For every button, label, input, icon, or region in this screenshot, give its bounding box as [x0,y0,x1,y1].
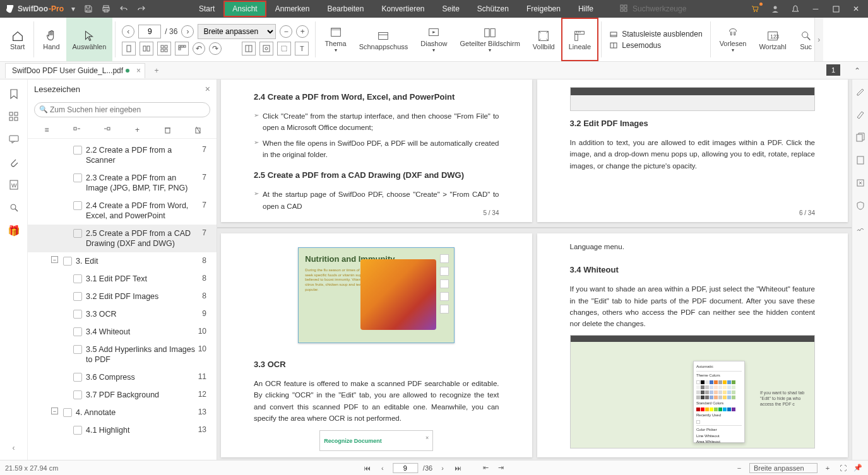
ribbon-suchen[interactable]: Suc [793,18,814,61]
undo-icon[interactable] [117,2,131,16]
redo-icon[interactable] [134,2,148,16]
zoom-select[interactable]: Breite anpassen [198,24,276,39]
comments-icon[interactable] [8,134,20,145]
bookmark-item[interactable]: −3. Edit8 [28,252,217,270]
gift-icon[interactable]: 🎁 [8,225,20,237]
pin-icon[interactable]: 📌 [853,463,863,473]
fit-page1-icon[interactable] [242,42,256,56]
menu-bearbeiten[interactable]: Bearbeiten [318,1,372,17]
ribbon-lineale[interactable]: Lineale [561,18,598,61]
single-page-icon[interactable] [122,42,136,56]
expand-all-icon[interactable]: ≡ [41,124,52,136]
cart-icon[interactable] [747,2,763,16]
ribbon-diashow[interactable]: Diashow▾ [414,18,453,61]
status-page-input[interactable] [393,463,418,473]
sign-icon[interactable] [855,223,865,233]
minimize-icon[interactable]: ─ [807,2,824,16]
outdent-icon[interactable] [71,124,83,136]
bookmark-item[interactable]: 2.5 Create a PDF from a CAD Drawing (DXF… [28,225,217,252]
next-page-icon[interactable]: › [181,25,194,38]
menu-hilfe[interactable]: Hilfe [569,1,602,17]
first-page-icon[interactable]: ⏮ [362,463,372,473]
bookmark-item[interactable]: 3.5 Add Hyperlinks and Images to PDF10 [28,341,217,368]
bookmark-item[interactable]: 2.3 Create a PDF from an Image (JPG, BMP… [28,169,217,197]
maximize-icon[interactable] [828,2,844,16]
ribbon-select[interactable]: Auswählen [66,18,113,61]
delete-all-icon[interactable] [192,124,203,136]
ribbon-split-screen[interactable]: Geteilter Bildschirm▾ [453,18,526,61]
bookmark-item[interactable]: 3.6 Compress11 [28,368,217,386]
next-page-icon[interactable]: › [437,463,448,473]
zoom-out-icon[interactable]: − [280,25,292,38]
collapse-panel-icon[interactable]: ‹ [13,443,15,452]
search-panel-icon[interactable] [8,202,20,213]
ribbon-wortzahl[interactable]: 123 Wortzahl [752,18,792,61]
print-icon[interactable] [99,2,113,16]
ribbon-schnappschuss[interactable]: Schnappschuss [353,18,415,61]
bell-icon[interactable] [787,2,804,16]
bookmark-item[interactable]: 2.2 Create a PDF from a Scanner7 [28,141,217,169]
add-tab-icon[interactable]: + [150,64,163,77]
menu-start[interactable]: Start [190,1,223,17]
fit-screen-icon[interactable]: ⛶ [838,463,848,473]
zoom-in-status-icon[interactable]: + [823,463,833,473]
add-bookmark-icon[interactable]: + [131,124,143,136]
next-view-icon[interactable]: ⇥ [496,463,506,473]
rotate-right-icon[interactable]: ↷ [209,42,222,55]
page-input[interactable] [138,25,161,38]
bookmark-item[interactable]: 3.4 Whiteout10 [28,323,217,341]
ribbon-vollbild[interactable]: Vollbild [526,18,561,61]
bookmark-item[interactable]: 4.1 Highlight13 [28,421,217,439]
menu-freigeben[interactable]: Freigeben [518,1,569,17]
menu-schuetzen[interactable]: Schützen [468,1,518,17]
menu-ansicht[interactable]: Ansicht [223,1,266,17]
protect-icon[interactable] [855,201,865,211]
save-icon[interactable] [81,2,95,16]
edit-icon[interactable] [855,87,865,97]
tab-close-icon[interactable]: × [136,66,141,75]
page-icon[interactable] [855,155,865,165]
attachments-icon[interactable] [8,156,20,168]
zoom-in-icon[interactable]: + [296,25,309,38]
ribbon-thema[interactable]: Thema▾ [318,18,352,61]
dropdown-icon[interactable]: ▾ [69,4,78,13]
ribbon-hand[interactable]: Hand [37,18,66,61]
delete-bookmark-icon[interactable] [162,124,173,136]
ribbon-start[interactable]: Start [4,18,31,61]
bookmark-item[interactable]: −4. Annotate13 [28,404,217,421]
convert-icon[interactable] [855,132,865,143]
two-page-icon[interactable] [140,42,153,56]
bookmark-icon[interactable] [8,88,20,100]
fit-text-icon[interactable]: T [295,42,309,56]
document-view[interactable]: 2.4 Create a PDF from Word, Excel, and P… [217,79,852,460]
prev-page-icon[interactable]: ‹ [378,463,388,473]
zoom-label[interactable]: Breite anpassen [749,463,817,473]
bookmark-item[interactable]: 3.2 Edit PDF Images8 [28,288,217,305]
menu-anmerken[interactable]: Anmerken [266,1,319,17]
fit-page2-icon[interactable] [259,42,273,56]
bookmark-item[interactable]: 3.7 PDF Background12 [28,386,217,404]
hide-statusbar[interactable]: Statusleiste ausblenden [609,30,702,38]
last-page-icon[interactable]: ⏭ [453,463,463,473]
compress-icon[interactable] [855,178,865,188]
indent-icon[interactable] [102,124,113,136]
zoom-out-status-icon[interactable]: − [734,463,744,473]
word-export-icon[interactable]: W [8,179,20,191]
prev-view-icon[interactable]: ⇤ [480,463,490,473]
menu-konvertieren[interactable]: Konvertieren [372,1,433,17]
bookmark-item[interactable]: 2.4 Create a PDF from Word, Excel, and P… [28,197,217,225]
panel-close-icon[interactable]: × [205,84,210,94]
fit-page3-icon[interactable] [277,42,291,56]
tabbar-caret-icon[interactable]: ⌃ [854,66,860,75]
bookmark-item[interactable]: 3.1 Edit PDF Text8 [28,270,217,288]
ribbon-vorlesen[interactable]: Vorlesen▾ [713,18,753,61]
close-icon[interactable]: ✕ [848,2,864,16]
ribbon-overflow-icon[interactable]: › [814,18,823,61]
bookmark-search-input[interactable] [34,102,210,117]
read-mode[interactable]: Lesemodus [609,41,702,50]
grid-view-icon[interactable] [175,42,189,56]
search-tools[interactable] [620,4,715,13]
prev-page-icon[interactable]: ‹ [122,25,134,38]
search-tools-input[interactable] [633,4,715,13]
annotate-icon[interactable] [855,110,865,120]
